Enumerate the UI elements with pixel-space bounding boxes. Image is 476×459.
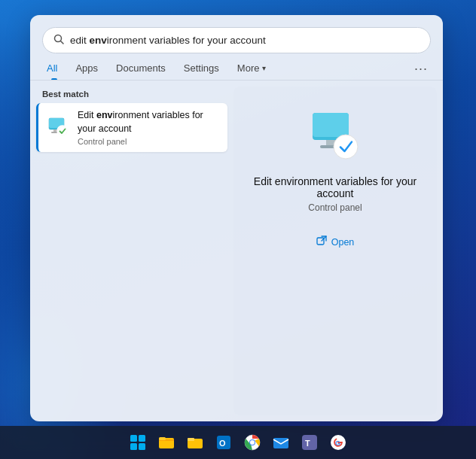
open-label: Open (331, 237, 355, 248)
result-item-env-vars[interactable]: Edit environment variables for your acco… (36, 103, 227, 152)
svg-line-1 (61, 41, 64, 44)
svg-rect-9 (313, 113, 349, 137)
svg-rect-30 (273, 438, 288, 448)
svg-point-13 (335, 136, 356, 157)
tab-more[interactable]: More ▾ (228, 58, 276, 80)
detail-icon (308, 109, 362, 163)
svg-rect-18 (130, 443, 137, 450)
svg-rect-21 (159, 437, 166, 440)
tab-settings[interactable]: Settings (175, 58, 228, 80)
best-match-label: Best match (36, 90, 227, 103)
detail-open-button[interactable]: Open (306, 231, 365, 253)
result-title: Edit environment variables for your acco… (78, 109, 220, 135)
taskbar: O T G (0, 426, 476, 459)
taskbar-outlook[interactable]: O (212, 430, 236, 454)
search-rest-text: ironment variables for your account (107, 35, 266, 46)
left-panel: Best match (30, 81, 233, 421)
svg-text:T: T (305, 439, 310, 448)
tab-apps[interactable]: Apps (66, 58, 107, 80)
detail-panel: Edit environment variables for your acco… (233, 87, 437, 415)
taskbar-google[interactable]: G (326, 430, 350, 454)
taskbar-chrome[interactable] (240, 430, 264, 454)
tab-all[interactable]: All (42, 58, 66, 80)
detail-subtitle: Control panel (308, 202, 362, 213)
result-subtitle: Control panel (78, 137, 220, 146)
taskbar-teams[interactable]: T (298, 430, 322, 454)
result-icon (46, 116, 70, 140)
svg-rect-19 (139, 443, 145, 450)
search-bar[interactable]: edit environment variables for your acco… (42, 27, 431, 53)
svg-rect-14 (317, 238, 324, 245)
chevron-down-icon: ▾ (262, 64, 266, 72)
open-link-icon (316, 236, 327, 248)
search-bold-text: env (90, 35, 107, 46)
taskbar-folder[interactable] (183, 430, 207, 454)
svg-rect-23 (188, 438, 194, 441)
tab-documents[interactable]: Documents (107, 58, 175, 80)
result-text: Edit environment variables for your acco… (78, 109, 220, 146)
tabs-options-button[interactable]: ··· (411, 61, 431, 77)
taskbar-file-explorer[interactable] (154, 430, 178, 454)
main-content: Best match (30, 81, 443, 421)
svg-text:G: G (335, 439, 340, 447)
search-input[interactable]: edit environment variables for your acco… (70, 35, 420, 46)
svg-point-29 (250, 440, 255, 445)
search-icon (53, 34, 64, 47)
search-tabs: All Apps Documents Settings More ▾ ··· (30, 53, 443, 81)
taskbar-windows-start[interactable] (126, 430, 150, 454)
detail-title: Edit environment variables for your acco… (233, 175, 437, 199)
svg-rect-16 (130, 435, 137, 442)
search-window: edit environment variables for your acco… (30, 15, 443, 421)
taskbar-mail[interactable] (269, 430, 293, 454)
svg-text:O: O (219, 439, 226, 448)
svg-rect-17 (139, 435, 145, 442)
